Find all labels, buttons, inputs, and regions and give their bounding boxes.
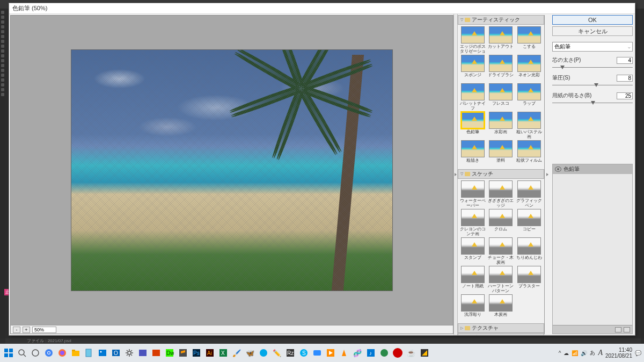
category-sketch[interactable]: ▽ スケッチ — [458, 169, 544, 179]
filter-thumb[interactable]: カットアウト — [487, 26, 514, 54]
zoom-in-button[interactable]: + — [23, 327, 30, 333]
filter-thumb[interactable]: 色鉛筆 — [459, 112, 486, 139]
preview-image[interactable] — [71, 49, 393, 291]
photos-icon[interactable] — [97, 347, 108, 359]
explorer-icon[interactable] — [70, 347, 82, 359]
new-layer-button[interactable] — [615, 327, 621, 332]
filter-thumb[interactable]: 粗描き — [459, 140, 486, 168]
filter-thumb[interactable]: チョーク・木炭画 — [487, 237, 514, 265]
dreamweaver-icon[interactable]: Dw — [164, 347, 175, 359]
filter-thumb-label: ウォーターペーパー — [459, 198, 486, 208]
filter-thumb-label: ちりめんじわ — [516, 255, 542, 265]
excel-icon[interactable]: X — [217, 347, 229, 359]
firefox-icon[interactable] — [56, 347, 68, 359]
app-icon-4[interactable]: ✏️ — [271, 347, 283, 359]
category-brush[interactable]: ▷ ブラシストローク — [458, 333, 544, 335]
param-input[interactable] — [617, 92, 633, 99]
tray-battery-icon[interactable]: 📶 — [572, 350, 578, 356]
filter-thumb[interactable]: 粒状フィルム — [516, 140, 543, 168]
param-slider[interactable] — [552, 83, 633, 88]
filter-thumb[interactable]: こする — [516, 26, 543, 54]
illustrator-icon[interactable]: Ai — [204, 347, 216, 359]
tray-cloud-icon[interactable]: ☁ — [564, 350, 569, 356]
ok-button[interactable]: OK — [552, 15, 633, 25]
svg-text:Ai: Ai — [207, 350, 212, 356]
app-icon-6[interactable]: 🧬 — [352, 347, 363, 359]
filter-thumb[interactable]: クレヨンのコンテ画 — [459, 209, 486, 236]
zoom-out-button[interactable]: - — [13, 327, 20, 333]
music-icon[interactable]: ♪ — [365, 347, 377, 359]
settings-icon[interactable] — [123, 347, 135, 359]
start-button[interactable] — [3, 347, 14, 359]
filter-thumb[interactable]: 粗いパステル画 — [516, 112, 543, 139]
delete-layer-button[interactable] — [624, 327, 630, 332]
zoom-icon[interactable] — [311, 347, 323, 359]
filter-thumb[interactable]: フレスコ — [487, 83, 514, 111]
filter-thumb[interactable]: ハーフトーンパターン — [487, 266, 514, 293]
cancel-button[interactable]: キャンセル — [552, 26, 633, 36]
filter-thumb-label: チョーク・木炭画 — [487, 255, 514, 265]
param-input[interactable] — [617, 57, 633, 64]
svg-text:Ps: Ps — [193, 350, 200, 356]
app-icon-2[interactable]: 🖌️ — [231, 347, 243, 359]
tray-clock[interactable]: 11:40 2021/08/21 — [605, 347, 632, 359]
tray-ime-icon[interactable]: あ — [590, 349, 595, 357]
sublime-icon[interactable] — [177, 347, 189, 359]
chrome-icon[interactable] — [43, 347, 55, 359]
svg-rect-0 — [4, 349, 8, 352]
outlook-icon[interactable]: O — [110, 347, 122, 359]
media-icon[interactable] — [325, 347, 336, 359]
app-icon-5[interactable]: Rz — [284, 347, 296, 359]
app-icon-7[interactable] — [378, 347, 390, 359]
filter-thumb[interactable]: ちりめんじわ — [516, 237, 543, 265]
filter-thumb[interactable]: グラフィックペン — [516, 180, 543, 208]
filter-thumb[interactable]: 浅浮彫り — [459, 294, 486, 322]
filter-thumb[interactable]: ネオン光彩 — [516, 55, 543, 82]
filter-thumb[interactable]: 塗料 — [487, 140, 514, 168]
filter-thumb[interactable]: ノート用紙 — [459, 266, 486, 293]
collapse-params-button[interactable] — [545, 14, 550, 335]
tray-chevron-icon[interactable]: ^ — [559, 350, 561, 356]
skype-icon[interactable]: S — [298, 347, 310, 359]
app-icon-9[interactable] — [419, 347, 430, 359]
effect-layers-panel: 色鉛筆 — [552, 164, 633, 334]
filter-thumb[interactable]: ウォーターペーパー — [459, 180, 486, 208]
param-row: 芯の太さ(P) — [552, 56, 633, 70]
filter-thumb[interactable]: クロム — [487, 209, 514, 236]
filter-thumb[interactable]: コピー — [516, 209, 543, 236]
zoom-value[interactable]: 50% — [32, 327, 56, 333]
tray-volume-icon[interactable]: 🔊 — [581, 350, 587, 356]
category-texture[interactable]: ▷ テクスチャ — [458, 323, 544, 333]
filter-thumb[interactable]: ぎざぎざのエッジ — [487, 180, 514, 208]
visibility-icon[interactable] — [555, 166, 561, 172]
filter-thumb[interactable]: スポンジ — [459, 55, 486, 82]
filter-thumb[interactable]: 木炭画 — [487, 294, 514, 322]
record-icon[interactable] — [392, 347, 404, 359]
filter-thumb[interactable]: エッジのポスタリゼーション — [459, 26, 486, 54]
param-input[interactable] — [617, 75, 633, 82]
vlc-icon[interactable] — [338, 347, 350, 359]
category-artistic[interactable]: ▽ アーティスティック — [458, 15, 544, 25]
param-slider[interactable] — [552, 66, 633, 70]
search-button[interactable] — [16, 347, 28, 359]
filter-thumb[interactable]: プラスター — [516, 266, 543, 293]
app-icon-8[interactable]: ☕ — [405, 347, 417, 359]
collapse-gallery-button[interactable] — [453, 14, 458, 335]
butterfly-icon[interactable]: 🦋 — [244, 347, 256, 359]
filter-thumb[interactable]: ラップ — [516, 83, 543, 111]
tray-font-icon[interactable]: A — [598, 349, 603, 357]
filter-thumb[interactable]: スタンプ — [459, 237, 486, 265]
app-icon-3[interactable] — [258, 347, 269, 359]
filter-dropdown[interactable]: 色鉛筆 — [552, 42, 633, 52]
filter-thumb[interactable]: ドライブラシ — [487, 55, 514, 82]
filter-thumb[interactable]: パレットナイフ — [459, 83, 486, 111]
cortana-button[interactable] — [30, 347, 41, 359]
filter-thumb[interactable]: 水彩画 — [487, 112, 514, 139]
tray-notification-icon[interactable]: 💬 — [635, 350, 641, 356]
photoshop-icon[interactable]: Ps — [191, 347, 202, 359]
param-slider[interactable] — [552, 101, 633, 105]
notepad-icon[interactable] — [83, 347, 95, 359]
app-icon[interactable] — [150, 347, 162, 359]
svg-rect-1 — [9, 349, 13, 352]
teams-icon[interactable] — [137, 347, 149, 359]
